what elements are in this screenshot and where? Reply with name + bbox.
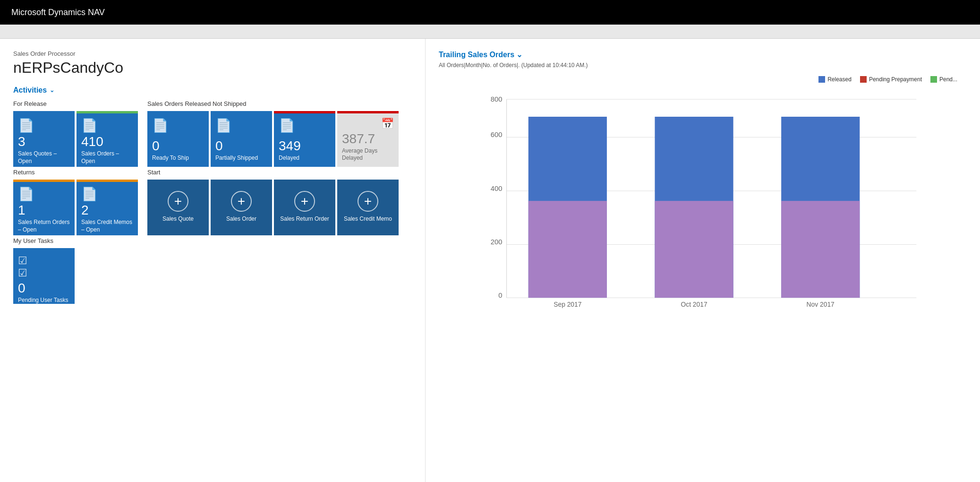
my-user-tasks-tiles: ☑☑ 0 Pending User Tasks	[13, 248, 412, 304]
plus-circle-icon-nsro: +	[294, 191, 315, 212]
doc-icon-sro: 📄	[18, 186, 70, 202]
tile-content: 📄 0 Ready To Ship	[152, 115, 204, 162]
tile-content: 📄 1 Sales Return Orders – Open	[18, 183, 70, 231]
tile-content-tasks: ☑☑ 0 Pending User Tasks	[18, 252, 70, 299]
tile-number-scm: 2	[81, 204, 133, 217]
activities-label: Activities	[13, 86, 47, 95]
tile-label-nscm: Sales Credit Memo	[344, 215, 392, 223]
tile-partially-shipped[interactable]: 📄 0 Partially Shipped	[211, 111, 272, 167]
tile-pending-user-tasks[interactable]: ☑☑ 0 Pending User Tasks	[13, 248, 75, 304]
tile-top-bar-red-avg	[337, 111, 399, 113]
chart-legend: Released Pending Prepayment Pend...	[439, 76, 967, 83]
activities-chevron: ⌄	[50, 87, 54, 94]
tile-ready-to-ship[interactable]: 📄 0 Ready To Ship	[147, 111, 209, 167]
tile-label-sro: Sales Return Orders – Open	[18, 219, 70, 233]
tile-number-ps: 0	[215, 139, 267, 153]
tile-new-sales-credit-memo[interactable]: + Sales Credit Memo	[337, 180, 399, 235]
calendar-icon: 📅	[342, 118, 394, 130]
plus-circle-icon-nscm: +	[358, 191, 378, 212]
tile-number-sales-quotes: 3	[18, 135, 70, 148]
svg-text:400: 400	[491, 185, 503, 192]
svg-text:200: 200	[491, 238, 503, 246]
doc-icon-rts: 📄	[152, 118, 204, 133]
svg-text:Oct 2017: Oct 2017	[681, 301, 707, 308]
tile-label-sales-orders: Sales Orders – Open	[81, 150, 133, 165]
tile-new-sales-return-order[interactable]: + Sales Return Order	[274, 180, 335, 235]
sales-orders-released-label: Sales Orders Released Not Shipped	[147, 100, 399, 107]
tile-sales-quotes-open[interactable]: 📄 3 Sales Quotes – Open	[13, 111, 75, 167]
tile-plus-content: + Sales Return Order	[279, 183, 331, 231]
tile-label-tasks: Pending User Tasks	[18, 297, 70, 304]
tile-plus-content: + Sales Credit Memo	[342, 183, 394, 231]
company-name: nERPsCandyCo	[13, 59, 412, 77]
doc-icon-scm: 📄	[81, 186, 133, 202]
sales-orders-released-group: Sales Orders Released Not Shipped 📄 0 Re…	[147, 100, 399, 167]
for-release-tiles: 📄 3 Sales Quotes – Open 📄​​	[13, 111, 138, 167]
start-tiles: + Sales Quote + Sales Order	[147, 180, 399, 235]
tile-label-nso: Sales Order	[226, 215, 256, 223]
tile-top-bar-red-delayed	[274, 111, 335, 113]
returns-tiles: 📄 1 Sales Return Orders – Open 📄	[13, 180, 138, 235]
bar-sep-pending[interactable]	[528, 201, 607, 298]
nav-bar	[0, 25, 980, 39]
activities-header[interactable]: Activities ⌄	[13, 86, 412, 95]
tile-sales-credit-memos-open[interactable]: 📄 2 Sales Credit Memos – Open	[77, 180, 138, 235]
plus-circle-icon-nso: +	[231, 191, 252, 212]
for-release-group: For Release 📄 3 Sales Quotes – Open	[13, 100, 138, 167]
tile-content: 📄 2 Sales Credit Memos – Open	[81, 183, 133, 231]
tile-number-avg: 387.7	[342, 132, 394, 146]
tile-plus-content: + Sales Quote	[152, 183, 204, 231]
doc-icon: 📄	[18, 118, 70, 133]
start-label: Start	[147, 169, 399, 176]
content-area: Sales Order Processor nERPsCandyCo Activ…	[0, 39, 980, 482]
chart-chevron: ⌄	[516, 50, 522, 59]
tile-number-tasks: 0	[18, 282, 70, 295]
svg-text:800: 800	[491, 95, 503, 103]
app-title: Microsoft Dynamics NAV	[11, 8, 105, 17]
tile-avg-days-delayed[interactable]: 📅 387.7 Average Days Delayed	[337, 111, 399, 167]
tile-sales-return-orders-open[interactable]: 📄 1 Sales Return Orders – Open	[13, 180, 75, 235]
right-panel: Trailing Sales Orders ⌄ All Orders|Month…	[425, 39, 980, 482]
chart-container: 0 200 400 600 800	[439, 88, 967, 315]
bar-oct-pending[interactable]	[655, 201, 733, 298]
tile-label-scm: Sales Credit Memos – Open	[81, 219, 133, 233]
tile-content: 📄 349 Delayed	[279, 115, 331, 162]
tasks-icon: ☑☑	[18, 255, 70, 280]
legend-released: Released	[818, 76, 852, 83]
tile-new-sales-quote[interactable]: + Sales Quote	[147, 180, 209, 235]
tile-number-delayed: 349	[279, 139, 331, 153]
left-panel: Sales Order Processor nERPsCandyCo Activ…	[0, 39, 425, 482]
svg-text:Nov 2017: Nov 2017	[807, 301, 835, 308]
start-group: Start + Sales Quote + Sales Order	[147, 169, 399, 235]
legend-dot-released	[818, 76, 825, 83]
returns-label: Returns	[13, 169, 138, 176]
sales-orders-released-tiles: 📄 0 Ready To Ship 📄 0	[147, 111, 399, 167]
tile-content-gray: 📅 387.7 Average Days Delayed	[342, 115, 394, 162]
tile-delayed[interactable]: 📄 349 Delayed	[274, 111, 335, 167]
bottom-groups-row: Returns 📄 1 Sales Return Orders – Open	[13, 169, 412, 235]
tile-new-sales-order[interactable]: + Sales Order	[211, 180, 272, 235]
returns-group: Returns 📄 1 Sales Return Orders – Open	[13, 169, 138, 235]
tile-number-rts: 0	[152, 139, 204, 153]
tile-label-delayed: Delayed	[279, 155, 331, 162]
chart-subtitle: All Orders|Month|No. of Orders|. (Update…	[439, 62, 967, 69]
legend-label-pend: Pend...	[939, 76, 957, 83]
chart-title[interactable]: Trailing Sales Orders ⌄	[439, 50, 967, 59]
plus-circle-icon: +	[168, 191, 188, 212]
bar-nov-pending[interactable]	[781, 201, 860, 298]
tile-top-bar-orange-2	[77, 180, 138, 182]
doc-icon-delayed: 📄	[279, 118, 331, 133]
legend-pending-prepayment: Pending Prepayment	[860, 76, 922, 83]
tile-label-ps: Partially Shipped	[215, 155, 267, 162]
my-user-tasks-label: My User Tasks	[13, 237, 412, 244]
tile-top-bar-green	[77, 111, 138, 113]
tile-label-rts: Ready To Ship	[152, 155, 204, 162]
tile-content: 📄 3 Sales Quotes – Open	[18, 115, 70, 162]
legend-dot-pend	[930, 76, 937, 83]
my-user-tasks-group: My User Tasks ☑☑ 0 Pending User Tasks	[13, 237, 412, 304]
tile-sales-orders-open[interactable]: 📄​​ 410 Sales Orders – Open	[77, 111, 138, 167]
svg-text:600: 600	[491, 131, 503, 138]
for-release-label: For Release	[13, 100, 138, 107]
tile-plus-content: + Sales Order	[215, 183, 267, 231]
chart-title-text: Trailing Sales Orders	[439, 51, 514, 59]
